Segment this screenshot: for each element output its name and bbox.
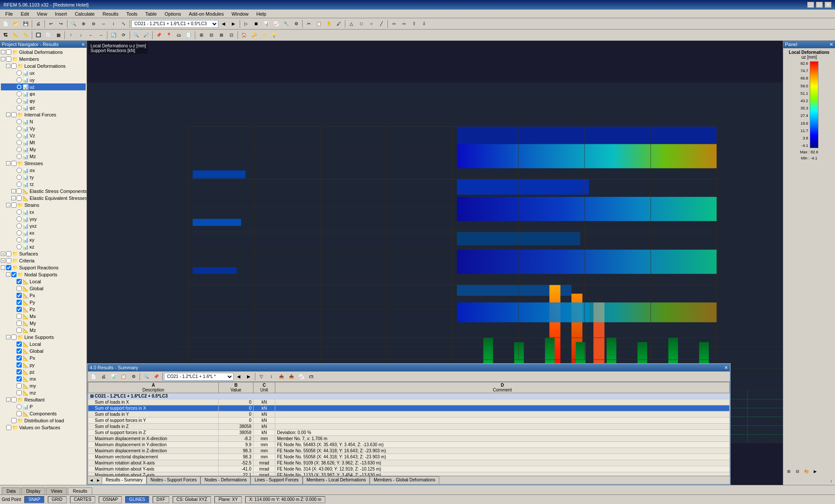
undo-button[interactable]: ↩ [46,19,56,29]
nav-item[interactable]: 📊φz [1,104,86,111]
nav-checkbox[interactable] [6,258,11,263]
nav-checkbox[interactable] [17,355,22,361]
tb8[interactable]: ⤡ [119,19,128,29]
res-chart[interactable]: 📈 [297,372,306,381]
tb-b[interactable]: 📐 [11,30,20,40]
menu-tools[interactable]: Tools [123,10,141,17]
nav-checkbox[interactable] [6,425,11,430]
nav-item[interactable]: 📐Local [1,341,86,348]
nav-item[interactable]: 📊γxy [1,216,86,222]
tb-l[interactable]: ⟳ [119,30,128,40]
tb18[interactable]: 🖊 [334,19,344,29]
tb-e[interactable]: ⬜ [43,30,53,40]
nav-expand-icon[interactable]: + [1,252,5,256]
res-import[interactable]: 📥 [287,372,296,381]
redo-button[interactable]: ↪ [56,19,66,29]
tb22[interactable]: ╱ [377,19,386,29]
nav-checkbox[interactable] [11,112,17,117]
nav-item[interactable]: -📐Elastic Equivalent Stresses [1,195,86,202]
nav-checkbox[interactable] [6,265,11,270]
menu-table[interactable]: Table [142,10,160,17]
panel-tb4[interactable]: ▶ [811,468,819,475]
nav-item[interactable]: 📊εx [1,209,86,216]
tb-y[interactable]: ⚡ [259,30,269,40]
tb20[interactable]: □ [357,19,366,29]
nav-radio[interactable] [17,147,22,152]
nav-checkbox[interactable] [11,335,17,340]
nav-item[interactable]: -📐Elastic Stress Components [1,188,86,195]
table-row[interactable]: Sum of loads in X 0 kN [88,399,730,405]
nav-item[interactable]: 📊φx [1,90,86,97]
tb15[interactable]: ✂ [304,19,314,29]
tb7[interactable]: ↕ [109,19,118,29]
tb-x[interactable]: 🔑 [249,30,259,40]
nav-item[interactable]: 📊γxz [1,222,86,229]
nav-item[interactable]: 📐Global [1,285,86,292]
tb-t[interactable]: ⊟ [207,30,216,40]
nav-item[interactable]: 📊κz [1,243,86,250]
nav-item[interactable]: -📁Members [1,56,86,63]
nav-expand-icon[interactable]: - [1,265,5,270]
tb12[interactable]: 📈 [271,19,281,29]
nav-radio[interactable] [17,91,22,96]
nav-checkbox[interactable] [17,376,22,381]
table-row[interactable]: Sum of support forces in Y 0 kN [88,418,730,424]
menu-results[interactable]: Results [99,10,122,17]
nav-item[interactable]: 📊uy [1,76,86,83]
prev-button[interactable]: ◀ [219,19,228,29]
nav-item[interactable]: -📁Local Deformations [1,63,86,70]
menu-options[interactable]: Options [161,10,184,17]
nav-checkbox[interactable] [6,50,11,55]
nav-item[interactable]: 📐pz [1,368,86,375]
tb23[interactable]: ⇦ [389,19,399,29]
tb-m[interactable]: 🔍 [131,30,141,40]
nav-item[interactable]: -📁Global Deformations [1,49,86,56]
res-combo[interactable]: CO21 - 1.2*LC1 + 1.6*L * [164,373,234,381]
status-cartes[interactable]: CARTES [70,496,95,503]
save-button[interactable]: 💾 [21,19,30,29]
nav-checkbox[interactable] [17,307,22,312]
nav-item[interactable]: 📐Components [1,410,86,417]
nav-item[interactable]: 📐Global [1,348,86,355]
nav-item[interactable]: 📊σx [1,167,86,174]
nav-checkbox[interactable] [17,342,22,347]
panel-scroll-btn[interactable]: ↕ [828,478,834,484]
tb-c[interactable]: 📏 [21,30,30,40]
minimize-button[interactable]: _ [807,2,814,8]
results-tab[interactable]: Results - Summary [102,476,147,484]
table-row[interactable]: Maximum displacement in X-direction -8.2… [88,436,730,442]
tb-n[interactable]: 🔎 [141,30,151,40]
nav-checkbox[interactable] [11,202,17,208]
nav-item[interactable]: 📐Mx [1,313,86,320]
nav-item[interactable]: +📁Surfaces [1,250,86,257]
nav-expand-icon[interactable]: - [11,189,16,193]
nav-expand-icon[interactable]: - [6,398,10,402]
table-row[interactable]: Maximum rotation about X-axis -52.5 mrad… [88,460,730,466]
tabs-scroll-left[interactable]: ◀ [88,476,95,484]
nav-item[interactable]: 📊τz [1,181,86,188]
table-row[interactable]: Sum of loads in Y 0 kN [88,411,730,418]
res-tb4[interactable]: 📋 [119,372,128,381]
print-button[interactable]: 🖨 [33,19,43,29]
nav-item[interactable]: 📊Mz [1,153,86,160]
nav-item[interactable]: 📊ux [1,70,86,76]
nav-item[interactable]: 📐Px [1,355,86,361]
open-button[interactable]: 📂 [11,19,20,29]
nav-checkbox[interactable] [6,251,11,256]
nav-checkbox[interactable] [17,390,22,395]
tb25[interactable]: ⇧ [409,19,419,29]
nav-item[interactable]: 📊κx [1,229,86,236]
res-table[interactable]: 🗃 [307,372,316,381]
nav-item[interactable]: 📊φy [1,97,86,104]
col-header-comment[interactable]: DComment [275,382,730,393]
results-tab[interactable]: Lines - Support Forces [250,476,302,484]
status-dxf[interactable]: DXF [153,496,169,503]
tb3[interactable]: 🔍 [69,19,78,29]
res-tb1[interactable]: 📄 [89,372,98,381]
results-tab[interactable]: Nodes - Support Forces [147,476,200,484]
nav-item[interactable]: 📊Mt [1,139,86,146]
res-tb6[interactable]: 🔍 [141,372,151,381]
nav-item[interactable]: +📁Criteria [1,257,86,264]
tb4[interactable]: ⊕ [79,19,88,29]
tb-z[interactable]: 💡 [269,30,279,40]
